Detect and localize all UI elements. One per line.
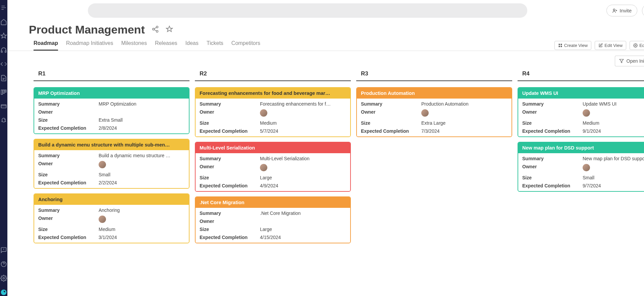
field-value: Medium	[583, 120, 644, 126]
svg-rect-0	[1, 90, 3, 94]
initiative-card[interactable]: Forecasting enhancements for food and be…	[195, 87, 351, 137]
topbar: Invite 3	[7, 0, 644, 18]
card-field-row: Owner	[518, 108, 644, 119]
owner-avatar	[421, 109, 429, 117]
favorite-icon[interactable]	[166, 25, 173, 34]
column-header: R3	[356, 70, 512, 81]
create-view-label: Create View	[564, 43, 588, 48]
search-input[interactable]	[88, 3, 527, 18]
card-field-row: Owner	[357, 108, 512, 119]
invite-label: Invite	[620, 8, 632, 13]
field-label: Size	[200, 227, 260, 232]
help-icon[interactable]	[0, 260, 7, 268]
tab-roadmap[interactable]: Roadmap	[34, 40, 58, 51]
page-header: Product Management	[7, 18, 644, 36]
tab-releases[interactable]: Releases	[155, 40, 177, 51]
left-sidebar	[0, 0, 7, 296]
share-icon[interactable]	[152, 25, 159, 34]
svg-point-15	[635, 45, 636, 46]
settings-icon[interactable]	[0, 275, 7, 282]
filter-button[interactable]: Open Initiatives	[615, 56, 644, 66]
document-icon[interactable]	[0, 74, 7, 82]
svg-point-7	[613, 9, 615, 10]
initiative-card[interactable]: Update WMS UISummaryUpdate WMS UIOwnerSi…	[518, 87, 644, 137]
logo-icon[interactable]	[0, 289, 7, 296]
field-value	[260, 109, 346, 118]
menu-icon[interactable]	[0, 4, 7, 11]
notifications-button[interactable]: 3	[642, 4, 644, 17]
column-header: R1	[34, 70, 190, 81]
svg-rect-2	[5, 90, 6, 92]
kanban-board: R1MRP OptimizationSummaryMRP Optimizatio…	[7, 70, 644, 255]
card-field-row: Expected Completion7/3/2024	[357, 127, 512, 136]
field-value: Multi-Level Serialization	[260, 156, 346, 161]
card-field-row: SummaryForecasting enhancements for f…	[196, 99, 350, 108]
field-label: Owner	[38, 216, 99, 224]
card-field-row: SizeMedium	[518, 119, 644, 127]
tab-tickets[interactable]: Tickets	[207, 40, 223, 51]
field-label: Owner	[361, 109, 421, 118]
field-label: Size	[200, 175, 260, 180]
card-body: SummaryMRP OptimizationOwnerSizeExtra Sm…	[34, 99, 189, 133]
tab-roadmap-initiatives[interactable]: Roadmap Initiatives	[66, 40, 113, 51]
card-body: SummaryNew map plan for DSD supportOwner…	[518, 153, 644, 191]
columns-icon[interactable]	[0, 88, 7, 96]
star-icon[interactable]	[0, 32, 7, 40]
edit-workspace-label: Edit Workspace	[639, 43, 644, 48]
card-field-row: SizeLarge	[196, 174, 350, 182]
field-label: Summary	[200, 211, 260, 216]
card-title: Update WMS UI	[518, 88, 644, 99]
card-icon[interactable]	[0, 103, 7, 110]
field-value: Build a dynamic menu structure …	[99, 153, 185, 158]
initiative-card[interactable]: New map plan for DSD supportSummaryNew m…	[518, 142, 644, 192]
feedback-icon[interactable]	[0, 246, 7, 254]
field-value	[99, 161, 185, 169]
field-label: Summary	[361, 101, 421, 107]
initiative-card[interactable]: AnchoringSummaryAnchoringOwnerSizeMedium…	[34, 193, 190, 243]
field-value: 9/7/2024	[583, 183, 644, 188]
tab-ideas[interactable]: Ideas	[185, 40, 199, 51]
initiative-card[interactable]: Multi-Level SerializationSummaryMulti-Le…	[195, 142, 351, 192]
card-body: SummaryAnchoringOwnerSizeMediumExpected …	[34, 205, 189, 243]
field-label: Expected Completion	[200, 128, 260, 134]
card-body: SummaryForecasting enhancements for f…Ow…	[196, 99, 350, 136]
field-label: Size	[522, 120, 583, 126]
field-label: Summary	[522, 156, 583, 161]
field-label: Summary	[200, 156, 260, 161]
page-title: Product Management	[29, 23, 145, 36]
invite-button[interactable]: Invite	[606, 5, 637, 16]
card-field-row: SummaryMRP Optimization	[34, 99, 189, 108]
field-value: Anchoring	[99, 208, 185, 213]
field-label: Expected Completion	[200, 183, 260, 188]
edit-workspace-button[interactable]: Edit Workspace	[630, 41, 644, 50]
initiative-card[interactable]: .Net Core MigrationSummary.Net Core Migr…	[195, 196, 351, 243]
svg-rect-13	[558, 46, 560, 47]
code-icon[interactable]	[0, 60, 7, 68]
edit-view-button[interactable]: Edit View	[595, 41, 626, 50]
piggybank-icon[interactable]	[0, 117, 7, 124]
owner-avatar	[99, 161, 106, 168]
card-field-row: SummaryAnchoring	[34, 205, 189, 214]
initiative-card[interactable]: Production AutomationSummaryProduction A…	[356, 87, 512, 137]
field-value: Large	[260, 227, 346, 232]
svg-point-8	[156, 26, 158, 28]
create-view-button[interactable]: Create View	[554, 41, 592, 50]
field-label: Size	[38, 117, 99, 123]
field-value: Small	[99, 172, 185, 177]
initiative-card[interactable]: Build a dynamic menu structure with mult…	[34, 139, 190, 189]
initiative-card[interactable]: MRP OptimizationSummaryMRP OptimizationO…	[34, 87, 190, 134]
headphones-icon[interactable]	[0, 46, 7, 54]
grid-add-icon	[558, 43, 562, 48]
column-header: R4	[518, 70, 644, 81]
card-title: New map plan for DSD support	[518, 142, 644, 153]
tab-milestones[interactable]: Milestones	[121, 40, 147, 51]
card-title: Multi-Level Serialization	[196, 142, 350, 153]
gear-icon	[633, 43, 638, 48]
tab-competitors[interactable]: Competitors	[231, 40, 260, 51]
home-icon[interactable]	[0, 18, 7, 25]
svg-point-9	[152, 28, 154, 30]
svg-rect-3	[1, 105, 6, 108]
field-value	[99, 216, 185, 224]
card-field-row: SizeExtra Large	[357, 119, 512, 127]
owner-avatar	[260, 109, 267, 117]
